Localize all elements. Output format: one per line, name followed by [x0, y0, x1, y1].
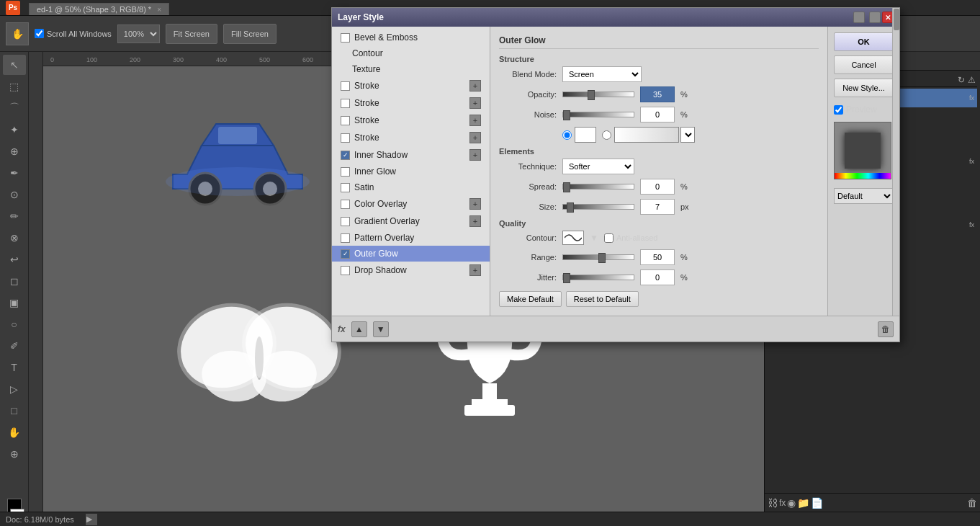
pattern-overlay-checkbox[interactable]: [341, 233, 350, 243]
contour-preview[interactable]: [562, 231, 584, 245]
fill-screen-button[interactable]: Fill Screen: [223, 24, 277, 44]
solid-color-swatch[interactable]: [575, 127, 596, 143]
select-tool[interactable]: ⬚: [3, 76, 26, 97]
technique-select[interactable]: Softer: [562, 159, 634, 174]
brush-tool[interactable]: ✏: [3, 206, 26, 226]
status-expand-button[interactable]: ▶: [86, 514, 97, 525]
move-up-button[interactable]: ▲: [351, 321, 367, 337]
style-stroke3[interactable]: Stroke +: [332, 112, 490, 129]
style-color-overlay[interactable]: Color Overlay +: [332, 195, 490, 213]
stroke2-add-button[interactable]: +: [469, 97, 481, 109]
style-stroke4[interactable]: Stroke +: [332, 129, 490, 146]
delete-effect-button[interactable]: 🗑: [878, 321, 894, 337]
inner-shadow-checkbox[interactable]: ✓: [341, 151, 350, 160]
style-texture[interactable]: Texture: [332, 61, 490, 77]
eyedropper-tool[interactable]: ✒: [3, 163, 26, 183]
opacity-slider-thumb[interactable]: [588, 90, 595, 100]
noise-input[interactable]: [640, 107, 675, 122]
style-stroke2[interactable]: Stroke +: [332, 94, 490, 112]
move-tool[interactable]: ↖: [3, 55, 26, 75]
preview-checkbox[interactable]: [834, 105, 843, 115]
gradient-overlay-add-button[interactable]: +: [469, 215, 481, 227]
new-layer-icon[interactable]: 📄: [811, 497, 823, 509]
add-mask-icon[interactable]: ◉: [787, 497, 796, 509]
gradient-color-radio[interactable]: [602, 130, 611, 140]
style-pattern-overlay[interactable]: Pattern Overlay: [332, 230, 490, 246]
move-down-button[interactable]: ▼: [373, 321, 389, 337]
stroke4-add-button[interactable]: +: [469, 132, 481, 143]
heal-tool[interactable]: ⊙: [3, 184, 26, 205]
delete-layer-icon[interactable]: 🗑: [967, 497, 977, 509]
range-slider-thumb[interactable]: [598, 253, 606, 263]
add-effect-icon[interactable]: fx: [779, 498, 786, 508]
cancel-button[interactable]: Cancel: [834, 55, 894, 74]
zoom-tool[interactable]: ⊕: [3, 444, 26, 464]
size-slider[interactable]: [562, 204, 634, 210]
dodge-tool[interactable]: ○: [3, 314, 26, 334]
zoom-select[interactable]: 100%: [117, 24, 160, 43]
range-slider[interactable]: [562, 254, 634, 260]
canvas-tab[interactable]: ed-1 @ 50% (Shape 3, RGB/8) * ×: [29, 3, 169, 15]
size-slider-thumb[interactable]: [567, 202, 574, 213]
path-select-tool[interactable]: ▷: [3, 379, 26, 399]
make-default-button[interactable]: Make Default: [499, 291, 562, 307]
style-preset-select[interactable]: Default: [834, 188, 894, 204]
stroke1-checkbox[interactable]: [341, 81, 350, 91]
text-tool[interactable]: T: [3, 357, 26, 378]
outer-glow-checkbox[interactable]: ✓: [341, 249, 350, 259]
color-overlay-checkbox[interactable]: [341, 200, 350, 209]
jitter-slider[interactable]: [562, 275, 634, 280]
spread-slider[interactable]: [562, 184, 634, 190]
style-stroke1[interactable]: Stroke +: [332, 77, 490, 94]
contour-dropdown-icon[interactable]: ▼: [590, 233, 598, 243]
ok-button[interactable]: OK: [834, 32, 894, 51]
drop-shadow-checkbox[interactable]: [341, 266, 350, 275]
history-brush-tool[interactable]: ↩: [3, 249, 26, 269]
new-group-icon[interactable]: 📁: [797, 497, 809, 509]
pen-tool[interactable]: ✐: [3, 336, 26, 356]
hand-tool-lb[interactable]: ✋: [3, 422, 26, 442]
solid-color-option[interactable]: [562, 127, 596, 143]
reset-default-button[interactable]: Reset to Default: [566, 291, 639, 307]
gradient-type-select[interactable]: [680, 127, 695, 143]
noise-slider-thumb[interactable]: [563, 110, 570, 120]
scroll-all-check-input[interactable]: [35, 29, 44, 38]
crop-tool[interactable]: ⊕: [3, 141, 26, 161]
gradient-overlay-checkbox[interactable]: [341, 217, 350, 226]
styles-scrollbar[interactable]: [892, 8, 899, 316]
color-overlay-add-button[interactable]: +: [469, 198, 481, 210]
refresh-icon[interactable]: ↻: [958, 75, 965, 85]
style-gradient-overlay[interactable]: Gradient Overlay +: [332, 213, 490, 230]
new-style-button[interactable]: New Style...: [834, 79, 894, 97]
inner-shadow-add-button[interactable]: +: [469, 149, 481, 161]
scroll-all-checkbox[interactable]: Scroll All Windows: [35, 29, 112, 38]
lasso-tool[interactable]: ⌒: [3, 98, 26, 118]
gradient-preview[interactable]: [614, 127, 679, 143]
stroke3-add-button[interactable]: +: [469, 115, 481, 126]
bevel-emboss-checkbox[interactable]: [341, 33, 350, 43]
style-inner-glow[interactable]: Inner Glow: [332, 164, 490, 179]
spread-slider-thumb[interactable]: [563, 182, 570, 192]
styles-scroll-thumb[interactable]: [894, 9, 899, 30]
fit-screen-button[interactable]: Fit Screen: [166, 24, 217, 44]
blend-mode-select[interactable]: Screen: [562, 66, 642, 82]
solid-color-radio[interactable]: [562, 130, 572, 140]
shape-tool[interactable]: □: [3, 401, 26, 421]
style-satin[interactable]: Satin: [332, 179, 490, 195]
gradient-color-option[interactable]: [602, 127, 695, 143]
jitter-slider-thumb[interactable]: [563, 273, 570, 283]
link-layers-icon[interactable]: ⛓: [768, 497, 778, 509]
style-outer-glow[interactable]: ✓ Outer Glow: [332, 246, 490, 262]
style-contour[interactable]: Contour: [332, 45, 490, 61]
satin-checkbox[interactable]: [341, 183, 350, 192]
eraser-tool[interactable]: ◻: [3, 271, 26, 291]
size-input[interactable]: [640, 199, 675, 215]
drop-shadow-add-button[interactable]: +: [469, 264, 481, 276]
anti-aliased-checkbox[interactable]: [604, 233, 613, 243]
anti-aliased-label[interactable]: Anti-aliased: [604, 233, 657, 243]
style-inner-shadow[interactable]: ✓ Inner Shadow +: [332, 146, 490, 164]
gradient-tool[interactable]: ▣: [3, 293, 26, 313]
spread-input[interactable]: [640, 179, 675, 195]
stroke3-checkbox[interactable]: [341, 116, 350, 125]
style-drop-shadow[interactable]: Drop Shadow +: [332, 262, 490, 279]
